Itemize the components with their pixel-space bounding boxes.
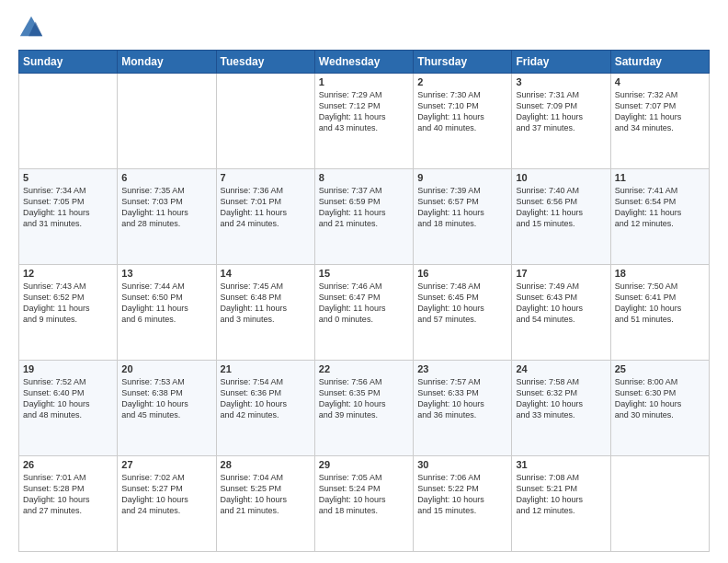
calendar-cell: 10Sunrise: 7:40 AM Sunset: 6:56 PM Dayli… xyxy=(512,169,610,265)
day-number: 28 xyxy=(221,459,311,470)
calendar-cell: 23Sunrise: 7:57 AM Sunset: 6:33 PM Dayli… xyxy=(414,361,512,456)
calendar-cell xyxy=(19,74,118,169)
calendar-cell: 19Sunrise: 7:52 AM Sunset: 6:40 PM Dayli… xyxy=(19,361,118,456)
calendar-cell xyxy=(118,74,216,169)
day-number: 22 xyxy=(319,363,409,374)
header xyxy=(18,15,710,40)
day-number: 27 xyxy=(121,459,211,470)
calendar-cell: 18Sunrise: 7:50 AM Sunset: 6:41 PM Dayli… xyxy=(610,265,709,361)
day-info: Sunrise: 7:05 AM Sunset: 5:24 PM Dayligh… xyxy=(319,472,409,517)
day-info: Sunrise: 7:52 AM Sunset: 6:40 PM Dayligh… xyxy=(23,376,113,421)
day-info: Sunrise: 7:50 AM Sunset: 6:41 PM Dayligh… xyxy=(615,281,705,326)
day-info: Sunrise: 7:34 AM Sunset: 7:05 PM Dayligh… xyxy=(23,185,113,230)
calendar-cell: 26Sunrise: 7:01 AM Sunset: 5:28 PM Dayli… xyxy=(19,456,118,552)
day-info: Sunrise: 7:32 AM Sunset: 7:07 PM Dayligh… xyxy=(615,89,705,134)
day-info: Sunrise: 7:36 AM Sunset: 7:01 PM Dayligh… xyxy=(221,185,311,230)
day-info: Sunrise: 7:44 AM Sunset: 6:50 PM Dayligh… xyxy=(121,281,211,326)
calendar-cell: 7Sunrise: 7:36 AM Sunset: 7:01 PM Daylig… xyxy=(216,169,314,265)
calendar-cell xyxy=(216,74,314,169)
calendar-cell: 17Sunrise: 7:49 AM Sunset: 6:43 PM Dayli… xyxy=(512,265,610,361)
day-info: Sunrise: 7:01 AM Sunset: 5:28 PM Dayligh… xyxy=(23,472,113,517)
calendar-cell: 25Sunrise: 8:00 AM Sunset: 6:30 PM Dayli… xyxy=(610,361,709,456)
day-info: Sunrise: 7:53 AM Sunset: 6:38 PM Dayligh… xyxy=(121,376,211,421)
calendar-cell: 2Sunrise: 7:30 AM Sunset: 7:10 PM Daylig… xyxy=(414,74,512,169)
day-number: 25 xyxy=(615,363,705,374)
col-header-sunday: Sunday xyxy=(19,51,118,74)
calendar-cell: 27Sunrise: 7:02 AM Sunset: 5:27 PM Dayli… xyxy=(118,456,216,552)
day-number: 21 xyxy=(221,363,311,374)
day-info: Sunrise: 7:02 AM Sunset: 5:27 PM Dayligh… xyxy=(121,472,211,517)
col-header-saturday: Saturday xyxy=(610,51,709,74)
calendar-cell: 22Sunrise: 7:56 AM Sunset: 6:35 PM Dayli… xyxy=(314,361,413,456)
day-number: 9 xyxy=(417,172,507,183)
day-info: Sunrise: 7:45 AM Sunset: 6:48 PM Dayligh… xyxy=(221,281,311,326)
header-row: SundayMondayTuesdayWednesdayThursdayFrid… xyxy=(19,51,710,74)
calendar-cell: 20Sunrise: 7:53 AM Sunset: 6:38 PM Dayli… xyxy=(118,361,216,456)
calendar-cell: 4Sunrise: 7:32 AM Sunset: 7:07 PM Daylig… xyxy=(610,74,709,169)
calendar-cell: 5Sunrise: 7:34 AM Sunset: 7:05 PM Daylig… xyxy=(19,169,118,265)
day-info: Sunrise: 7:56 AM Sunset: 6:35 PM Dayligh… xyxy=(319,376,409,421)
day-number: 5 xyxy=(23,172,113,183)
calendar-cell: 31Sunrise: 7:08 AM Sunset: 5:21 PM Dayli… xyxy=(512,456,610,552)
day-info: Sunrise: 7:41 AM Sunset: 6:54 PM Dayligh… xyxy=(615,185,705,230)
day-info: Sunrise: 7:29 AM Sunset: 7:12 PM Dayligh… xyxy=(319,89,409,134)
logo xyxy=(18,15,48,40)
day-info: Sunrise: 7:04 AM Sunset: 5:25 PM Dayligh… xyxy=(221,472,311,517)
day-info: Sunrise: 7:57 AM Sunset: 6:33 PM Dayligh… xyxy=(417,376,507,421)
calendar-cell: 13Sunrise: 7:44 AM Sunset: 6:50 PM Dayli… xyxy=(118,265,216,361)
col-header-friday: Friday xyxy=(512,51,610,74)
day-number: 23 xyxy=(417,363,507,374)
day-number: 19 xyxy=(23,363,113,374)
day-number: 7 xyxy=(221,172,311,183)
day-number: 26 xyxy=(23,459,113,470)
day-number: 30 xyxy=(417,459,507,470)
week-row-2: 5Sunrise: 7:34 AM Sunset: 7:05 PM Daylig… xyxy=(19,169,710,265)
day-info: Sunrise: 7:46 AM Sunset: 6:47 PM Dayligh… xyxy=(319,281,409,326)
day-number: 31 xyxy=(516,459,606,470)
calendar-cell: 12Sunrise: 7:43 AM Sunset: 6:52 PM Dayli… xyxy=(19,265,118,361)
day-number: 14 xyxy=(221,268,311,279)
day-info: Sunrise: 8:00 AM Sunset: 6:30 PM Dayligh… xyxy=(615,376,705,421)
calendar-cell xyxy=(610,456,709,552)
day-info: Sunrise: 7:58 AM Sunset: 6:32 PM Dayligh… xyxy=(516,376,606,421)
logo-icon xyxy=(18,15,44,40)
day-info: Sunrise: 7:39 AM Sunset: 6:57 PM Dayligh… xyxy=(417,185,507,230)
calendar-cell: 16Sunrise: 7:48 AM Sunset: 6:45 PM Dayli… xyxy=(414,265,512,361)
day-info: Sunrise: 7:37 AM Sunset: 6:59 PM Dayligh… xyxy=(319,185,409,230)
calendar-cell: 28Sunrise: 7:04 AM Sunset: 5:25 PM Dayli… xyxy=(216,456,314,552)
day-number: 8 xyxy=(319,172,409,183)
day-number: 1 xyxy=(319,76,409,87)
day-number: 15 xyxy=(319,268,409,279)
day-info: Sunrise: 7:06 AM Sunset: 5:22 PM Dayligh… xyxy=(417,472,507,517)
day-info: Sunrise: 7:49 AM Sunset: 6:43 PM Dayligh… xyxy=(516,281,606,326)
col-header-tuesday: Tuesday xyxy=(216,51,314,74)
day-number: 18 xyxy=(615,268,705,279)
calendar-cell: 3Sunrise: 7:31 AM Sunset: 7:09 PM Daylig… xyxy=(512,74,610,169)
day-number: 13 xyxy=(121,268,211,279)
calendar-cell: 21Sunrise: 7:54 AM Sunset: 6:36 PM Dayli… xyxy=(216,361,314,456)
col-header-thursday: Thursday xyxy=(414,51,512,74)
day-info: Sunrise: 7:48 AM Sunset: 6:45 PM Dayligh… xyxy=(417,281,507,326)
calendar-cell: 9Sunrise: 7:39 AM Sunset: 6:57 PM Daylig… xyxy=(414,169,512,265)
calendar-cell: 30Sunrise: 7:06 AM Sunset: 5:22 PM Dayli… xyxy=(414,456,512,552)
day-info: Sunrise: 7:31 AM Sunset: 7:09 PM Dayligh… xyxy=(516,89,606,134)
day-number: 16 xyxy=(417,268,507,279)
week-row-5: 26Sunrise: 7:01 AM Sunset: 5:28 PM Dayli… xyxy=(19,456,710,552)
day-info: Sunrise: 7:40 AM Sunset: 6:56 PM Dayligh… xyxy=(516,185,606,230)
day-number: 24 xyxy=(516,363,606,374)
col-header-monday: Monday xyxy=(118,51,216,74)
calendar-cell: 29Sunrise: 7:05 AM Sunset: 5:24 PM Dayli… xyxy=(314,456,413,552)
calendar-cell: 6Sunrise: 7:35 AM Sunset: 7:03 PM Daylig… xyxy=(118,169,216,265)
calendar-cell: 24Sunrise: 7:58 AM Sunset: 6:32 PM Dayli… xyxy=(512,361,610,456)
day-number: 4 xyxy=(615,76,705,87)
day-number: 20 xyxy=(121,363,211,374)
calendar-cell: 8Sunrise: 7:37 AM Sunset: 6:59 PM Daylig… xyxy=(314,169,413,265)
day-number: 11 xyxy=(615,172,705,183)
calendar-cell: 14Sunrise: 7:45 AM Sunset: 6:48 PM Dayli… xyxy=(216,265,314,361)
day-number: 3 xyxy=(516,76,606,87)
day-number: 29 xyxy=(319,459,409,470)
page: SundayMondayTuesdayWednesdayThursdayFrid… xyxy=(0,0,728,563)
calendar-cell: 11Sunrise: 7:41 AM Sunset: 6:54 PM Dayli… xyxy=(610,169,709,265)
day-number: 2 xyxy=(417,76,507,87)
week-row-4: 19Sunrise: 7:52 AM Sunset: 6:40 PM Dayli… xyxy=(19,361,710,456)
